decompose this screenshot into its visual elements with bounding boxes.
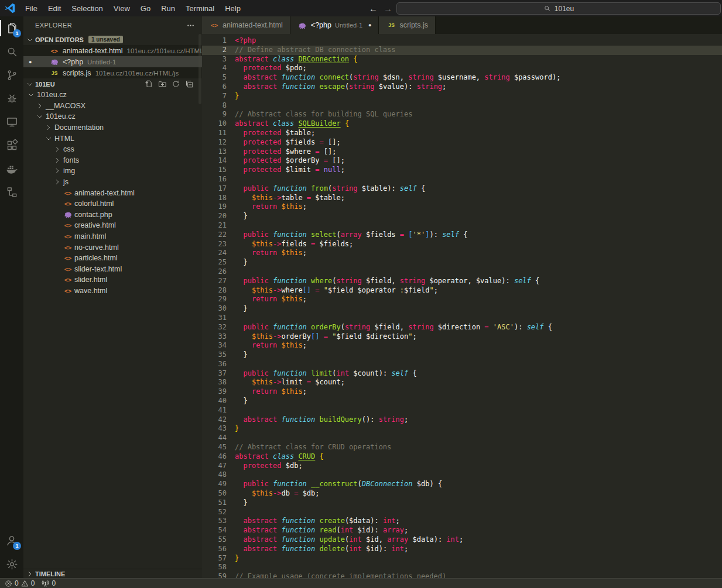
activity-account[interactable]: 1	[0, 529, 23, 552]
line-number[interactable]: 35	[202, 350, 227, 360]
code-line-46[interactable]: 46 abstract class CRUD {	[202, 452, 722, 462]
code-line-10[interactable]: 10 abstract class SQLBuilder {	[202, 119, 722, 129]
code-line-6[interactable]: 6 abstract function escape(string $value…	[202, 82, 722, 92]
code-line-5[interactable]: 5 abstract function connect(string $dsn,…	[202, 73, 722, 82]
code-line-42[interactable]: 42 abstract function buildQuery(): strin…	[202, 415, 722, 425]
line-number[interactable]: 38	[202, 378, 227, 387]
code-line-56[interactable]: 56 abstract function delete(int $id): in…	[202, 545, 722, 554]
code-line-9[interactable]: 9 // Abstract class for building SQL que…	[202, 110, 722, 119]
activity-explorer[interactable]: 1	[0, 16, 23, 40]
line-number[interactable]: 16	[202, 175, 227, 184]
code-line-26[interactable]: 26	[202, 267, 722, 277]
activity-extensions[interactable]	[0, 133, 23, 157]
activity-search[interactable]	[0, 40, 23, 63]
code-line-55[interactable]: 55 abstract function update(int $id, arr…	[202, 535, 722, 545]
line-number[interactable]: 18	[202, 194, 227, 203]
tree-item-101eu.cz[interactable]: 101eu.cz	[23, 90, 202, 101]
line-number[interactable]: 15	[202, 166, 227, 175]
open-editors-header[interactable]: OPEN EDITORS 1 unsaved	[23, 34, 202, 45]
line-number[interactable]: 32	[202, 323, 227, 332]
line-number[interactable]: 1	[202, 36, 227, 46]
code-line-13[interactable]: 13 protected $where = [];	[202, 147, 722, 157]
code-line-48[interactable]: 48	[202, 470, 722, 480]
open-editor-<?php[interactable]: ● <?php Untitled-1	[23, 56, 202, 67]
line-number[interactable]: 37	[202, 369, 227, 379]
sidebar-scrollbar[interactable]	[199, 34, 201, 104]
code-line-20[interactable]: 20 }	[202, 212, 722, 221]
line-number[interactable]: 13	[202, 147, 227, 157]
activity-debug[interactable]	[0, 87, 23, 110]
tree-item-no-curve.html[interactable]: <>no-curve.html	[23, 242, 202, 253]
line-number[interactable]: 25	[202, 258, 227, 267]
code-line-1[interactable]: 1 <?php	[202, 36, 722, 46]
back-icon[interactable]: ←	[369, 4, 378, 13]
line-number[interactable]: 27	[202, 277, 227, 286]
code-line-47[interactable]: 47 protected $db;	[202, 462, 722, 471]
menu-terminal[interactable]: Terminal	[180, 2, 220, 15]
code-line-43[interactable]: 43 }	[202, 424, 722, 434]
line-number[interactable]: 31	[202, 314, 227, 323]
code-line-15[interactable]: 15 protected $limit = null;	[202, 166, 722, 175]
code-line-24[interactable]: 24 return $this;	[202, 249, 722, 258]
tree-item-colorful.html[interactable]: <>colorful.html	[23, 198, 202, 209]
line-number[interactable]: 36	[202, 360, 227, 369]
tree-item-__MACOSX[interactable]: __MACOSX	[23, 101, 202, 112]
line-number[interactable]: 34	[202, 341, 227, 350]
line-number[interactable]: 40	[202, 397, 227, 406]
tree-item-main.html[interactable]: <>main.html	[23, 231, 202, 242]
line-number[interactable]: 24	[202, 249, 227, 258]
line-number[interactable]: 19	[202, 202, 227, 212]
code-line-33[interactable]: 33 $this->orderBy[] = "$field $direction…	[202, 332, 722, 342]
code-line-57[interactable]: 57 }	[202, 554, 722, 563]
line-number[interactable]: 22	[202, 231, 227, 240]
tree-item-wave.html[interactable]: <>wave.html	[23, 286, 202, 297]
code-line-45[interactable]: 45 // Abstract class for CRUD operations	[202, 443, 722, 452]
line-number[interactable]: 50	[202, 489, 227, 498]
menu-run[interactable]: Run	[156, 2, 180, 15]
code-line-34[interactable]: 34 return $this;	[202, 341, 722, 350]
line-number[interactable]: 10	[202, 119, 227, 129]
code-line-39[interactable]: 39 return $this;	[202, 387, 722, 397]
code-line-17[interactable]: 17 public function from(string $table): …	[202, 184, 722, 194]
line-number[interactable]: 49	[202, 480, 227, 489]
refresh-icon[interactable]	[172, 80, 180, 88]
code-line-36[interactable]: 36	[202, 360, 722, 369]
activity-source-control[interactable]	[0, 63, 23, 87]
tree-item-slider.html[interactable]: <>slider.html	[23, 274, 202, 286]
code-line-54[interactable]: 54 abstract function read(int $id): arra…	[202, 526, 722, 535]
collapse-all-icon[interactable]	[185, 80, 194, 88]
activity-settings[interactable]	[0, 552, 23, 576]
code-line-50[interactable]: 50 $this->db = $db;	[202, 489, 722, 498]
forward-icon[interactable]: →	[384, 4, 392, 13]
code-line-2[interactable]: 2 // Define abstract DB connection class	[202, 46, 722, 55]
line-number[interactable]: 21	[202, 221, 227, 231]
line-number[interactable]: 30	[202, 304, 227, 314]
code-line-30[interactable]: 30 }	[202, 304, 722, 314]
code-line-7[interactable]: 7 }	[202, 92, 722, 101]
tree-item-Documentation[interactable]: Documentation	[23, 122, 202, 133]
code-line-29[interactable]: 29 return $this;	[202, 295, 722, 304]
code-line-16[interactable]: 16	[202, 175, 722, 184]
code-line-53[interactable]: 53 abstract function create($data): int;	[202, 517, 722, 526]
line-number[interactable]: 8	[202, 101, 227, 111]
code-line-12[interactable]: 12 protected $fields = [];	[202, 138, 722, 147]
activity-docker[interactable]	[0, 157, 23, 180]
tab-scripts.js[interactable]: JSscripts.js	[379, 16, 436, 34]
tree-item-contact.php[interactable]: contact.php	[23, 209, 202, 221]
code-line-35[interactable]: 35 }	[202, 350, 722, 360]
open-editor-animated-text.html[interactable]: <>animated-text.html 101eu.cz/101eu.cz/H…	[23, 45, 202, 56]
more-actions-icon[interactable]	[186, 21, 195, 30]
tab-animated-text.html[interactable]: <>animated-text.html	[202, 16, 290, 34]
line-number[interactable]: 33	[202, 332, 227, 342]
line-number[interactable]: 45	[202, 443, 227, 452]
line-number[interactable]: 11	[202, 129, 227, 138]
code-line-41[interactable]: 41	[202, 406, 722, 415]
code-area[interactable]: 1 <?php 2 // Define abstract DB connecti…	[202, 34, 722, 578]
code-line-21[interactable]: 21	[202, 221, 722, 231]
line-number[interactable]: 41	[202, 406, 227, 415]
code-line-11[interactable]: 11 protected $table;	[202, 129, 722, 138]
code-line-25[interactable]: 25 }	[202, 258, 722, 267]
tree-item-js[interactable]: js	[23, 177, 202, 188]
line-number[interactable]: 55	[202, 535, 227, 545]
tree-item-css[interactable]: css	[23, 144, 202, 155]
